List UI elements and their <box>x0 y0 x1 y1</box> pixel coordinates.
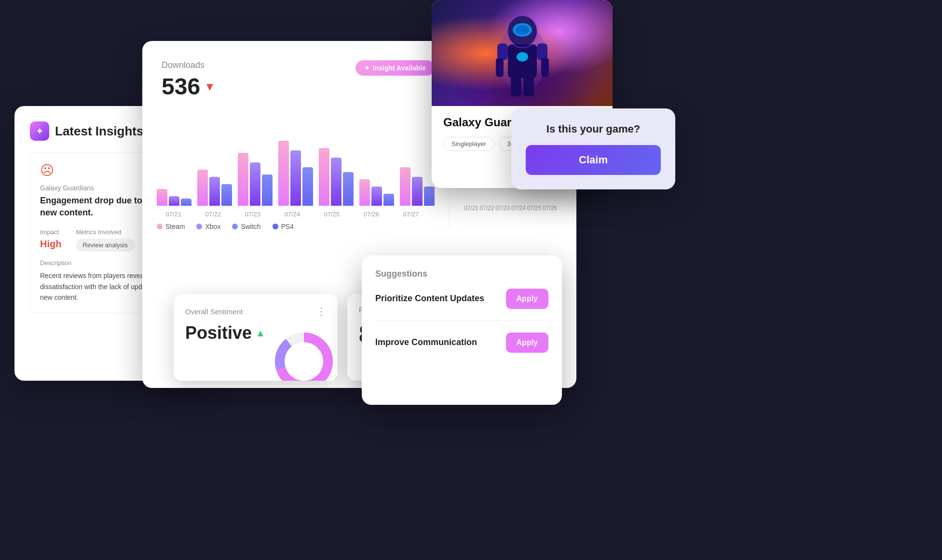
suggestion-item-0: Prioritize Content Updates Apply <box>375 289 548 309</box>
insight-star-icon: ✦ <box>364 64 370 72</box>
bar-blue <box>343 172 354 206</box>
bar-pink <box>278 141 289 206</box>
bar-purple <box>290 150 301 206</box>
metrics-col: Metrics Involved Review analysis <box>76 228 134 252</box>
svg-point-13 <box>516 25 529 35</box>
bar-group-0727 <box>400 167 435 206</box>
bar-blue <box>383 194 394 206</box>
suggestion-text-1: Improve Communication <box>375 336 498 348</box>
claim-button[interactable]: Claim <box>526 145 661 175</box>
claim-popup: Is this your game? Claim <box>511 108 675 189</box>
sentiment-trend-icon: ▲ <box>256 328 265 339</box>
divider <box>375 320 548 321</box>
x-axis-labels: 07/21 07/22 07/23 07/24 07/25 07/26 07/2… <box>157 211 435 218</box>
bar-blue <box>424 187 435 206</box>
insights-title: Latest Insights <box>55 124 143 139</box>
suggestion-text-0: Prioritize Content Updates <box>375 293 498 305</box>
game-banner-inner <box>432 0 613 106</box>
bar-purple <box>169 196 179 206</box>
legend-label-ps4: PS4 <box>281 223 294 230</box>
legend-label-steam: Steam <box>165 223 185 230</box>
pie-chart <box>275 333 333 381</box>
legend-dot-xbox <box>196 224 202 229</box>
downloads-label: Downloads <box>162 60 216 70</box>
impact-col: Impact High <box>40 228 61 252</box>
bar-purple <box>209 177 220 206</box>
sentiment-header: Overall Sentiment ⋮ <box>185 306 326 317</box>
svg-rect-16 <box>497 43 508 60</box>
legend-label-switch: Switch <box>241 223 260 230</box>
sentiment-label: Overall Sentiment <box>185 307 243 316</box>
impact-label: Impact <box>40 228 61 236</box>
bar-blue <box>181 199 191 206</box>
svg-rect-20 <box>511 77 521 96</box>
x-label-0727: 07/27 <box>394 211 428 218</box>
bar-blue <box>221 184 232 206</box>
legend-xbox: Xbox <box>196 223 220 230</box>
bar-purple <box>331 158 341 206</box>
bar-purple <box>371 187 382 206</box>
suggestions-card: Suggestions Prioritize Content Updates A… <box>362 255 562 405</box>
downloads-value: 536 ▼ <box>162 73 216 100</box>
svg-rect-18 <box>496 58 504 77</box>
game-banner <box>432 0 613 106</box>
bar-pink <box>319 148 329 206</box>
impact-value: High <box>40 239 61 249</box>
x-label-0722: 07/22 <box>196 211 230 218</box>
svg-point-15 <box>517 52 528 62</box>
sentiment-card: Overall Sentiment ⋮ Positive ▲ <box>174 294 338 381</box>
suggestion-item-1: Improve Communication Apply <box>375 333 548 353</box>
bar-group-0722 <box>197 170 232 206</box>
bar-group-0725 <box>319 148 354 206</box>
bar-purple <box>250 162 260 206</box>
bar-group-0724 <box>278 141 313 206</box>
legend-ps4: PS4 <box>273 223 294 230</box>
suggestions-title: Suggestions <box>375 269 548 279</box>
svg-rect-19 <box>541 58 549 77</box>
x-label-0724: 07/24 <box>275 211 309 218</box>
x-label-0725: 07/25 <box>315 211 349 218</box>
bar-pink <box>197 170 208 206</box>
bar-purple <box>412 177 423 206</box>
legend-label-xbox: Xbox <box>205 223 220 230</box>
claim-question: Is this your game? <box>526 123 661 135</box>
legend-dot-ps4 <box>273 224 278 229</box>
insights-icon: ✦ <box>30 121 49 141</box>
downloads-trend-icon: ▼ <box>204 80 216 93</box>
bar-blue <box>262 174 273 206</box>
hero-figure-svg <box>484 5 561 101</box>
downloads-section: Downloads 536 ▼ ✦ Insight Available <box>162 60 435 100</box>
insight-badge[interactable]: ✦ Insight Available <box>355 60 435 76</box>
bar-blue <box>302 167 313 206</box>
chart-legend: Steam Xbox Switch PS4 <box>157 223 435 230</box>
x-label-0721: 07/21 <box>157 211 191 218</box>
bar-pink <box>238 153 248 206</box>
metrics-label: Metrics Involved <box>76 228 134 236</box>
bar-pink <box>400 167 410 206</box>
apply-button-0[interactable]: Apply <box>506 289 548 309</box>
svg-rect-17 <box>537 43 547 60</box>
legend-steam: Steam <box>157 223 185 230</box>
dots-menu-icon[interactable]: ⋮ <box>316 306 326 317</box>
legend-dot-steam <box>157 224 163 229</box>
bar-group-0726 <box>359 179 394 206</box>
x-label-0723: 07/23 <box>236 211 270 218</box>
legend-dot-switch <box>232 224 238 229</box>
apply-button-1[interactable]: Apply <box>506 333 548 353</box>
bar-group-0723 <box>238 153 273 206</box>
bar-pink <box>359 179 370 206</box>
bar-pink <box>157 189 167 206</box>
bar-group-0721 <box>157 189 191 206</box>
x-label-0726: 07/26 <box>355 211 388 218</box>
svg-rect-21 <box>523 77 534 96</box>
game-tag-singleplayer: Singleplayer <box>443 137 494 151</box>
bar-chart <box>157 105 435 211</box>
legend-switch: Switch <box>232 223 260 230</box>
review-analysis-button[interactable]: Review analysis <box>76 239 134 252</box>
